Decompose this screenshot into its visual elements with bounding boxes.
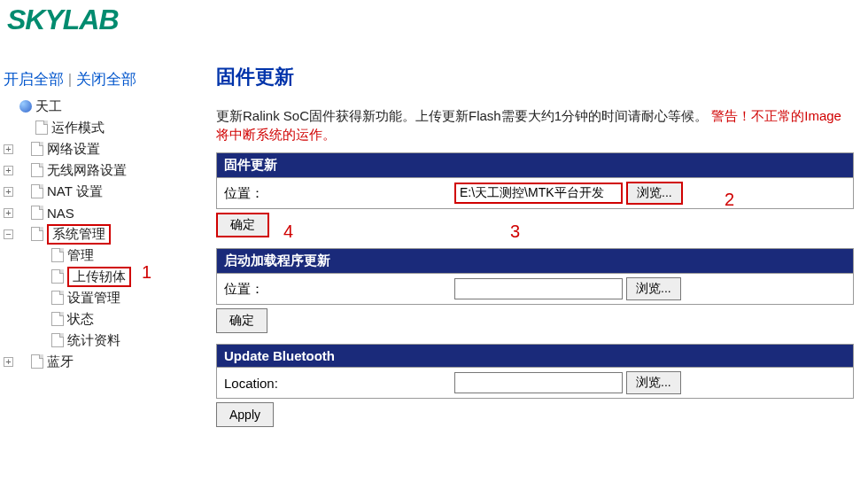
expand-links: 开启全部 | 关闭全部 [4, 69, 136, 89]
firmware-location-row: 位置： 浏览... [216, 178, 854, 209]
tree-item-stats[interactable]: 统计资料 [4, 330, 185, 351]
page-description: 更新Ralink SoC固件获得新功能。上传更新Flash需要大约1分钟的时间请… [216, 106, 854, 144]
page-icon [31, 163, 43, 177]
bootloader-submit-button[interactable]: 确定 [216, 308, 267, 333]
tree-item-bluetooth[interactable]: + 蓝牙 [4, 351, 185, 372]
bluetooth-update-section: Update Bluetooth Location: 浏览... Apply [216, 344, 854, 427]
bootloader-location-row: 位置： 浏览... [216, 274, 854, 305]
tree-item-upload-firmware[interactable]: 上传轫体 [4, 266, 185, 287]
tree-item-admin[interactable]: 管理 [4, 245, 185, 266]
browse-button[interactable]: 浏览... [626, 182, 683, 205]
expand-icon[interactable]: + [4, 166, 13, 175]
bluetooth-path-input[interactable] [454, 372, 623, 393]
tree-item-settings[interactable]: 设置管理 [4, 287, 185, 308]
section-header: Update Bluetooth [216, 344, 854, 368]
main-content: 固件更新 更新Ralink SoC固件获得新功能。上传更新Flash需要大约1分… [216, 64, 854, 432]
tree-item-network[interactable]: + 网络设置 [4, 138, 185, 159]
bluetooth-submit-button[interactable]: Apply [216, 402, 274, 427]
firmware-path-input[interactable] [454, 183, 623, 204]
bootloader-path-input[interactable] [454, 278, 623, 299]
page-icon [51, 333, 64, 347]
location-label: Location: [224, 376, 454, 391]
browse-button[interactable]: 浏览... [626, 371, 681, 394]
expand-icon[interactable]: + [4, 187, 13, 197]
page-icon [51, 248, 64, 262]
expand-icon[interactable]: + [4, 208, 13, 218]
browse-button[interactable]: 浏览... [626, 277, 681, 300]
tree-item-sysadmin[interactable]: − 系统管理 [4, 223, 185, 245]
link-separator: | [68, 71, 76, 88]
page-icon [31, 206, 43, 220]
page-title: 固件更新 [216, 64, 854, 90]
location-label: 位置： [224, 185, 454, 202]
bluetooth-location-row: Location: 浏览... [216, 368, 854, 399]
location-label: 位置： [224, 281, 454, 298]
expand-icon[interactable]: + [4, 144, 13, 154]
page-icon [35, 120, 48, 135]
tree-item-mode[interactable]: 运作模式 [4, 117, 185, 138]
annotation-1: 1 [142, 262, 151, 283]
firmware-update-section: 固件更新 位置： 浏览... 确定 [216, 152, 854, 237]
annotation-4: 4 [283, 222, 293, 242]
open-all-link[interactable]: 开启全部 [4, 71, 64, 88]
firmware-submit-button[interactable]: 确定 [216, 213, 269, 237]
page-icon [31, 184, 43, 198]
nav-tree: 天工 运作模式 + 网络设置 + 无线网路设置 + NAT 设置 + NAS −… [4, 96, 185, 372]
annotation-3: 3 [510, 222, 520, 242]
tree-item-status[interactable]: 状态 [4, 308, 185, 330]
section-header: 启动加载程序更新 [216, 248, 854, 274]
page-icon [51, 269, 64, 284]
annotation-2: 2 [725, 190, 734, 210]
page-icon [51, 291, 64, 305]
tree-item-nas[interactable]: + NAS [4, 202, 185, 223]
tree-item-nat[interactable]: + NAT 设置 [4, 181, 185, 202]
page-icon [31, 354, 43, 369]
collapse-icon[interactable]: − [4, 229, 13, 239]
close-all-link[interactable]: 关闭全部 [76, 71, 136, 88]
page-icon [31, 142, 43, 156]
page-icon [51, 312, 64, 326]
logo: SKYLAB [7, 4, 119, 36]
globe-icon [19, 100, 32, 113]
page-icon [31, 227, 43, 241]
bootloader-update-section: 启动加载程序更新 位置： 浏览... 确定 [216, 248, 854, 333]
expand-icon[interactable]: + [4, 357, 13, 367]
tree-root[interactable]: 天工 [4, 96, 185, 117]
section-header: 固件更新 [216, 152, 854, 178]
tree-item-wireless[interactable]: + 无线网路设置 [4, 159, 185, 181]
